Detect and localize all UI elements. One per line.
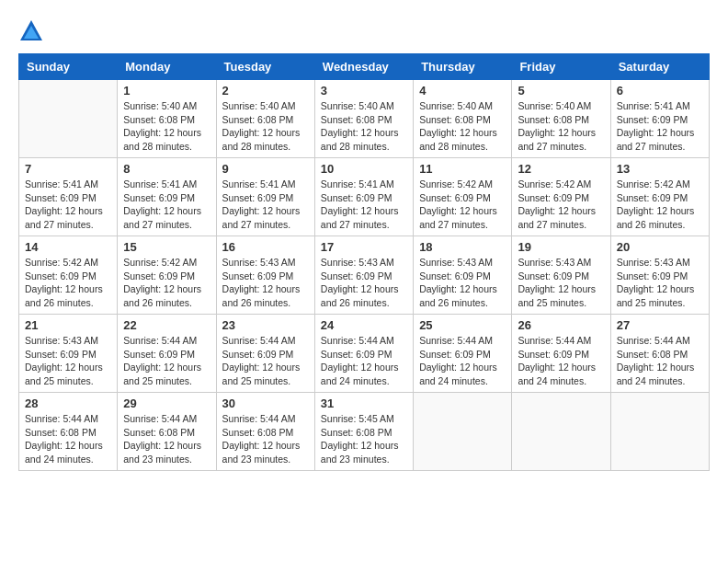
day-info: Sunrise: 5:43 AM Sunset: 6:09 PM Dayligh… (222, 256, 309, 310)
calendar-cell: 10Sunrise: 5:41 AM Sunset: 6:09 PM Dayli… (314, 158, 413, 236)
day-info: Sunrise: 5:44 AM Sunset: 6:08 PM Dayligh… (617, 334, 703, 388)
day-number: 12 (518, 162, 604, 176)
weekday-header-saturday: Saturday (610, 54, 709, 80)
day-number: 30 (222, 396, 309, 410)
calendar-cell (414, 393, 512, 471)
weekday-header-thursday: Thursday (414, 54, 512, 80)
calendar-cell: 12Sunrise: 5:42 AM Sunset: 6:09 PM Dayli… (512, 158, 610, 236)
day-info: Sunrise: 5:44 AM Sunset: 6:09 PM Dayligh… (419, 334, 506, 388)
calendar-cell: 2Sunrise: 5:40 AM Sunset: 6:08 PM Daylig… (216, 80, 314, 158)
day-number: 13 (617, 162, 703, 176)
calendar-cell: 22Sunrise: 5:44 AM Sunset: 6:09 PM Dayli… (118, 315, 216, 393)
day-number: 20 (617, 240, 703, 254)
calendar-cell: 5Sunrise: 5:40 AM Sunset: 6:08 PM Daylig… (512, 80, 610, 158)
day-info: Sunrise: 5:43 AM Sunset: 6:09 PM Dayligh… (419, 256, 506, 310)
logo-icon (18, 18, 44, 44)
logo (18, 18, 48, 44)
day-info: Sunrise: 5:44 AM Sunset: 6:09 PM Dayligh… (321, 334, 407, 388)
day-info: Sunrise: 5:44 AM Sunset: 6:08 PM Dayligh… (222, 412, 309, 466)
calendar-cell: 16Sunrise: 5:43 AM Sunset: 6:09 PM Dayli… (216, 236, 314, 315)
calendar-cell: 3Sunrise: 5:40 AM Sunset: 6:08 PM Daylig… (314, 80, 413, 158)
day-number: 14 (25, 240, 111, 254)
day-info: Sunrise: 5:41 AM Sunset: 6:09 PM Dayligh… (321, 178, 407, 232)
day-info: Sunrise: 5:44 AM Sunset: 6:09 PM Dayligh… (222, 334, 309, 388)
day-number: 17 (321, 240, 407, 254)
calendar-cell: 9Sunrise: 5:41 AM Sunset: 6:09 PM Daylig… (216, 158, 314, 236)
calendar-cell: 4Sunrise: 5:40 AM Sunset: 6:08 PM Daylig… (414, 80, 512, 158)
week-row-2: 7Sunrise: 5:41 AM Sunset: 6:09 PM Daylig… (19, 158, 710, 236)
day-info: Sunrise: 5:40 AM Sunset: 6:08 PM Dayligh… (419, 99, 506, 154)
calendar-cell: 26Sunrise: 5:44 AM Sunset: 6:09 PM Dayli… (512, 315, 610, 393)
day-number: 8 (123, 162, 210, 176)
weekday-header-wednesday: Wednesday (314, 54, 413, 80)
calendar-cell: 6Sunrise: 5:41 AM Sunset: 6:09 PM Daylig… (610, 80, 709, 158)
day-number: 3 (321, 84, 407, 98)
calendar-cell: 20Sunrise: 5:43 AM Sunset: 6:09 PM Dayli… (610, 236, 709, 315)
day-info: Sunrise: 5:40 AM Sunset: 6:08 PM Dayligh… (321, 99, 407, 154)
day-info: Sunrise: 5:40 AM Sunset: 6:08 PM Dayligh… (518, 99, 604, 154)
day-info: Sunrise: 5:41 AM Sunset: 6:09 PM Dayligh… (25, 178, 111, 232)
calendar-cell (19, 80, 118, 158)
day-info: Sunrise: 5:43 AM Sunset: 6:09 PM Dayligh… (518, 256, 604, 310)
day-info: Sunrise: 5:42 AM Sunset: 6:09 PM Dayligh… (518, 178, 604, 232)
weekday-header-friday: Friday (512, 54, 610, 80)
day-number: 16 (222, 240, 309, 254)
day-info: Sunrise: 5:44 AM Sunset: 6:09 PM Dayligh… (123, 334, 210, 388)
calendar-cell: 23Sunrise: 5:44 AM Sunset: 6:09 PM Dayli… (216, 315, 314, 393)
day-info: Sunrise: 5:40 AM Sunset: 6:08 PM Dayligh… (123, 99, 210, 154)
day-number: 21 (25, 318, 111, 332)
day-number: 15 (123, 240, 210, 254)
day-number: 5 (518, 84, 604, 98)
calendar-cell: 13Sunrise: 5:42 AM Sunset: 6:09 PM Dayli… (610, 158, 709, 236)
day-number: 18 (419, 240, 506, 254)
day-info: Sunrise: 5:41 AM Sunset: 6:09 PM Dayligh… (617, 99, 703, 154)
day-number: 10 (321, 162, 407, 176)
weekday-header-tuesday: Tuesday (216, 54, 314, 80)
calendar-cell: 7Sunrise: 5:41 AM Sunset: 6:09 PM Daylig… (19, 158, 118, 236)
calendar-table: SundayMondayTuesdayWednesdayThursdayFrid… (18, 53, 710, 471)
calendar-cell: 21Sunrise: 5:43 AM Sunset: 6:09 PM Dayli… (19, 315, 118, 393)
calendar-cell: 25Sunrise: 5:44 AM Sunset: 6:09 PM Dayli… (414, 315, 512, 393)
calendar-cell: 30Sunrise: 5:44 AM Sunset: 6:08 PM Dayli… (216, 393, 314, 471)
week-row-3: 14Sunrise: 5:42 AM Sunset: 6:09 PM Dayli… (19, 236, 710, 315)
day-info: Sunrise: 5:42 AM Sunset: 6:09 PM Dayligh… (25, 256, 111, 310)
calendar-cell: 15Sunrise: 5:42 AM Sunset: 6:09 PM Dayli… (118, 236, 216, 315)
day-info: Sunrise: 5:40 AM Sunset: 6:08 PM Dayligh… (222, 99, 309, 154)
day-number: 31 (321, 396, 407, 410)
day-number: 7 (25, 162, 111, 176)
weekday-header-monday: Monday (118, 54, 216, 80)
calendar-cell: 24Sunrise: 5:44 AM Sunset: 6:09 PM Dayli… (314, 315, 413, 393)
day-number: 25 (419, 318, 506, 332)
calendar-cell: 8Sunrise: 5:41 AM Sunset: 6:09 PM Daylig… (118, 158, 216, 236)
weekday-header-sunday: Sunday (19, 54, 118, 80)
weekday-header-row: SundayMondayTuesdayWednesdayThursdayFrid… (19, 54, 710, 80)
day-info: Sunrise: 5:44 AM Sunset: 6:09 PM Dayligh… (518, 334, 604, 388)
day-number: 29 (123, 396, 210, 410)
day-info: Sunrise: 5:44 AM Sunset: 6:08 PM Dayligh… (123, 412, 210, 466)
day-number: 24 (321, 318, 407, 332)
calendar-cell (610, 393, 709, 471)
week-row-5: 28Sunrise: 5:44 AM Sunset: 6:08 PM Dayli… (19, 393, 710, 471)
day-number: 22 (123, 318, 210, 332)
calendar-cell: 11Sunrise: 5:42 AM Sunset: 6:09 PM Dayli… (414, 158, 512, 236)
day-number: 4 (419, 84, 506, 98)
day-number: 6 (617, 84, 703, 98)
day-info: Sunrise: 5:43 AM Sunset: 6:09 PM Dayligh… (25, 334, 111, 388)
calendar-cell: 28Sunrise: 5:44 AM Sunset: 6:08 PM Dayli… (19, 393, 118, 471)
day-number: 26 (518, 318, 604, 332)
day-number: 11 (419, 162, 506, 176)
day-info: Sunrise: 5:43 AM Sunset: 6:09 PM Dayligh… (321, 256, 407, 310)
day-info: Sunrise: 5:42 AM Sunset: 6:09 PM Dayligh… (617, 178, 703, 232)
day-number: 28 (25, 396, 111, 410)
day-number: 23 (222, 318, 309, 332)
calendar-cell: 29Sunrise: 5:44 AM Sunset: 6:08 PM Dayli… (118, 393, 216, 471)
day-info: Sunrise: 5:41 AM Sunset: 6:09 PM Dayligh… (123, 178, 210, 232)
day-info: Sunrise: 5:45 AM Sunset: 6:08 PM Dayligh… (321, 412, 407, 466)
day-number: 27 (617, 318, 703, 332)
day-info: Sunrise: 5:44 AM Sunset: 6:08 PM Dayligh… (25, 412, 111, 466)
day-number: 2 (222, 84, 309, 98)
calendar-cell: 27Sunrise: 5:44 AM Sunset: 6:08 PM Dayli… (610, 315, 709, 393)
day-number: 19 (518, 240, 604, 254)
calendar-cell: 18Sunrise: 5:43 AM Sunset: 6:09 PM Dayli… (414, 236, 512, 315)
day-info: Sunrise: 5:41 AM Sunset: 6:09 PM Dayligh… (222, 178, 309, 232)
